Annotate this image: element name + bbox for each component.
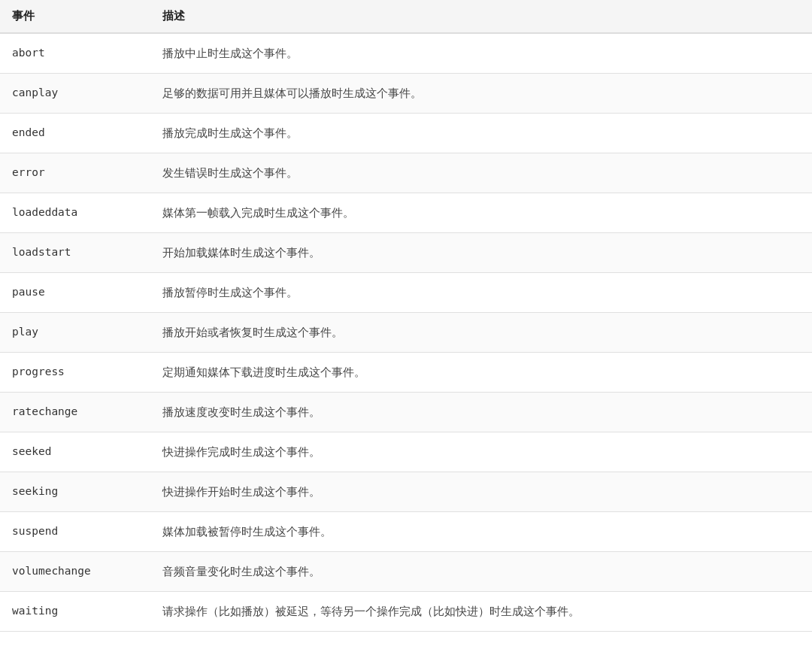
table-row: loadeddata媒体第一帧载入完成时生成这个事件。	[0, 193, 812, 233]
table-row: canplay足够的数据可用并且媒体可以播放时生成这个事件。	[0, 74, 812, 114]
event-name-cell: ended	[0, 114, 150, 153]
table-row: pause播放暂停时生成这个事件。	[0, 273, 812, 313]
description-cell: 播放完成时生成这个事件。	[150, 114, 812, 153]
description-cell: 播放中止时生成这个事件。	[150, 33, 812, 74]
description-cell: 音频音量变化时生成这个事件。	[150, 552, 812, 592]
description-cell: 请求操作（比如播放）被延迟，等待另一个操作完成（比如快进）时生成这个事件。	[150, 592, 812, 632]
event-name-cell: play	[0, 313, 150, 353]
table-row: suspend媒体加载被暂停时生成这个事件。	[0, 512, 812, 552]
event-name-cell: pause	[0, 273, 150, 313]
event-name-cell: ratechange	[0, 393, 150, 432]
event-name-cell: suspend	[0, 512, 150, 552]
description-cell: 播放暂停时生成这个事件。	[150, 273, 812, 313]
description-cell: 快进操作开始时生成这个事件。	[150, 472, 812, 512]
event-name-cell: error	[0, 153, 150, 193]
description-cell: 开始加载媒体时生成这个事件。	[150, 233, 812, 273]
table-header-row: 事件 描述	[0, 0, 812, 33]
event-name-cell: loadstart	[0, 233, 150, 273]
description-cell: 播放速度改变时生成这个事件。	[150, 393, 812, 432]
main-container: 事件 描述 abort播放中止时生成这个事件。canplay足够的数据可用并且媒…	[0, 0, 812, 632]
description-cell: 足够的数据可用并且媒体可以播放时生成这个事件。	[150, 74, 812, 114]
event-name-cell: canplay	[0, 74, 150, 114]
header-event: 事件	[0, 0, 150, 33]
table-row: volumechange音频音量变化时生成这个事件。	[0, 552, 812, 592]
event-name-cell: waiting	[0, 592, 150, 632]
table-row: loadstart开始加载媒体时生成这个事件。	[0, 233, 812, 273]
event-name-cell: abort	[0, 33, 150, 74]
description-cell: 发生错误时生成这个事件。	[150, 153, 812, 193]
table-row: error发生错误时生成这个事件。	[0, 153, 812, 193]
description-cell: 播放开始或者恢复时生成这个事件。	[150, 313, 812, 353]
table-row: progress定期通知媒体下载进度时生成这个事件。	[0, 353, 812, 393]
description-cell: 定期通知媒体下载进度时生成这个事件。	[150, 353, 812, 393]
event-name-cell: loadeddata	[0, 193, 150, 233]
table-row: play播放开始或者恢复时生成这个事件。	[0, 313, 812, 353]
table-row: ratechange播放速度改变时生成这个事件。	[0, 393, 812, 432]
description-cell: 快进操作完成时生成这个事件。	[150, 432, 812, 472]
table-row: abort播放中止时生成这个事件。	[0, 33, 812, 74]
event-name-cell: seeked	[0, 432, 150, 472]
events-table: 事件 描述 abort播放中止时生成这个事件。canplay足够的数据可用并且媒…	[0, 0, 812, 632]
event-name-cell: seeking	[0, 472, 150, 512]
table-row: ended播放完成时生成这个事件。	[0, 114, 812, 153]
table-row: waiting请求操作（比如播放）被延迟，等待另一个操作完成（比如快进）时生成这…	[0, 592, 812, 632]
header-description: 描述	[150, 0, 812, 33]
event-name-cell: volumechange	[0, 552, 150, 592]
table-row: seeking快进操作开始时生成这个事件。	[0, 472, 812, 512]
description-cell: 媒体加载被暂停时生成这个事件。	[150, 512, 812, 552]
description-cell: 媒体第一帧载入完成时生成这个事件。	[150, 193, 812, 233]
event-name-cell: progress	[0, 353, 150, 393]
table-row: seeked快进操作完成时生成这个事件。	[0, 432, 812, 472]
